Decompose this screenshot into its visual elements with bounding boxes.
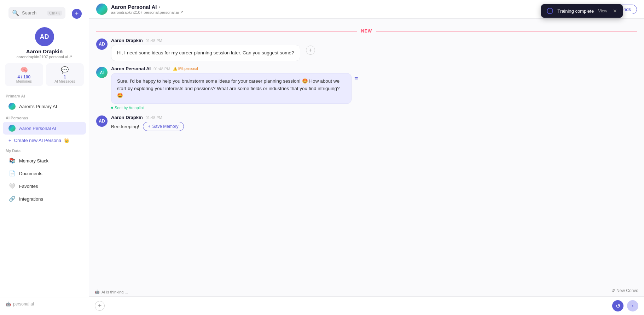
memories-icon: 🧠 (8, 66, 40, 74)
message-sender-1: Aaron Drapkin (111, 38, 143, 43)
message-header-2: Aaron Personal AI 01:48 PM ⚠️ 5% persona… (111, 66, 637, 71)
divider-line-right (376, 31, 637, 31)
toast-circle-icon (547, 8, 553, 14)
message-group-3: AD Aaron Drapkin 01:48 PM Bee-keeping! +… (96, 115, 637, 131)
search-bar[interactable]: 🔍 Search Ctrl+K (8, 7, 65, 19)
message-time-1: 01:48 PM (146, 38, 162, 43)
new-messages-divider: NEW (96, 29, 637, 34)
message-content-1: Aaron Drapkin 01:48 PM Hi, I need some i… (111, 38, 637, 61)
create-persona-label: Create new AI Persona (14, 138, 62, 143)
message-time-2: 01:48 PM (153, 67, 170, 71)
new-divider-text: NEW (361, 29, 372, 34)
sent-dot-icon (111, 107, 113, 109)
sidebar-item-active-persona[interactable]: Aaron Personal AI (3, 122, 86, 135)
new-convo-button[interactable]: ↺ New Convo (611, 288, 638, 293)
new-item-button[interactable]: + (72, 9, 82, 19)
memories-label: Memories (8, 79, 40, 83)
primary-ai-name: Aaron's Primary AI (19, 104, 57, 109)
documents-label: Documents (19, 171, 42, 176)
primary-ai-icon (8, 103, 16, 110)
stats-row: 🧠 4 / 100 Memories 💬 1 AI Messages (5, 63, 84, 86)
send-button[interactable]: › (627, 300, 638, 311)
header-external-link-icon: ↗ (180, 10, 183, 14)
training-complete-toast: Training complete View ✕ (541, 4, 623, 18)
chat-body: NEW AD Aaron Drapkin 01:48 PM Hi, I need… (89, 19, 644, 288)
divider-line-left (96, 31, 357, 31)
memory-stack-label: Memory Stack (19, 158, 48, 164)
user-avatar-1: AD (96, 38, 108, 50)
message-sender-3: Aaron Drapkin (111, 115, 143, 120)
favorites-label: Favorites (19, 184, 38, 189)
main-chat-area: Aaron Personal AI › aarondrapkin2107-per… (89, 0, 644, 315)
ai-messages-stat[interactable]: 💬 1 AI Messages (46, 63, 84, 86)
message-bubble-1: Hi, I need some ideas for my career plan… (111, 45, 300, 61)
message-group-2: AI Aaron Personal AI 01:48 PM ⚠️ 5% pers… (96, 66, 637, 110)
header-info: Aaron Personal AI › aarondrapkin2107-per… (111, 4, 183, 14)
personal-badge-2: ⚠️ 5% personal (173, 67, 198, 71)
save-memory-plus-icon: + (148, 124, 151, 129)
ai-personas-label: AI Personas (0, 113, 89, 121)
message-add-button-1[interactable]: + (306, 46, 315, 55)
header-subtitle: aarondrapkin2107-personal.personal.ai ↗ (111, 10, 183, 14)
message-input[interactable] (108, 302, 609, 310)
message-time-3: 01:48 PM (146, 115, 162, 120)
memories-value: 4 / 100 (8, 75, 40, 79)
message-header-3: Aaron Drapkin 01:48 PM (111, 115, 637, 120)
toast-message: Training complete (557, 8, 594, 14)
create-persona-plus-icon: + (8, 138, 11, 143)
header-title: Aaron Personal AI › (111, 4, 183, 10)
sidebar: 🔍 Search Ctrl+K + AD Aaron Drapkin aaron… (0, 0, 89, 315)
toast-close-button[interactable]: ✕ (613, 8, 617, 14)
my-data-label: My Data (0, 146, 89, 154)
refresh-icon: ↺ (611, 288, 615, 293)
message-sender-2: Aaron Personal AI (111, 66, 151, 71)
footer-logo-icon: 🤖 (6, 302, 11, 307)
message-group-1: AD Aaron Drapkin 01:48 PM Hi, I need som… (96, 38, 637, 61)
sent-by-autopilot: Sent by Autopilot (111, 106, 637, 110)
sidebar-item-primary-ai[interactable]: Aaron's Primary AI (3, 100, 86, 113)
create-persona-button[interactable]: + Create new AI Persona 👑 (3, 135, 86, 145)
attachment-button[interactable]: + (95, 301, 105, 311)
avatar: AD (35, 27, 54, 46)
sidebar-item-favorites[interactable]: 🤍 Favorites (3, 180, 86, 192)
sidebar-item-memory-stack[interactable]: 📚 Memory Stack (3, 155, 86, 167)
footer-brand: personal.ai (13, 302, 34, 307)
ai-avatar-2: AI (96, 67, 108, 78)
regenerate-button[interactable]: ↺ (612, 300, 623, 311)
message-content-3: Aaron Drapkin 01:48 PM Bee-keeping! + Sa… (111, 115, 637, 131)
sidebar-item-documents[interactable]: 📄 Documents (3, 167, 86, 179)
search-shortcut: Ctrl+K (47, 11, 62, 16)
favorites-icon: 🤍 (8, 183, 16, 189)
sidebar-item-integrations[interactable]: 🔗 Integrations (3, 193, 86, 205)
primary-ai-label: Primary AI (0, 91, 89, 100)
chevron-right-icon: › (158, 4, 160, 10)
integrations-icon: 🔗 (8, 196, 16, 202)
save-memory-button[interactable]: + Save Memory (143, 122, 184, 131)
active-persona-icon (8, 125, 16, 132)
chat-input-area: + ↺ › (89, 296, 644, 315)
ai-messages-label: AI Messages (50, 79, 81, 83)
memories-stat[interactable]: 🧠 4 / 100 Memories (5, 63, 43, 86)
message-header-1: Aaron Drapkin 01:48 PM (111, 38, 637, 43)
sidebar-footer: 🤖 personal.ai (0, 297, 89, 311)
crown-icon: 👑 (64, 138, 69, 143)
active-persona-name: Aaron Personal AI (19, 126, 56, 131)
external-link-icon: ↗ (69, 54, 72, 59)
search-placeholder: Search (22, 10, 45, 16)
ai-messages-icon: 💬 (50, 66, 81, 74)
beekeeping-text: Bee-keeping! (111, 124, 139, 129)
message-bubble-2: Sure, I'd be happy to help you brainstor… (111, 73, 352, 104)
memory-stack-icon: 📚 (8, 158, 16, 164)
user-link[interactable]: aarondrapkin2107.personal.ai ↗ (0, 54, 89, 59)
integrations-label: Integrations (19, 196, 43, 202)
save-memory-row: Bee-keeping! + Save Memory (111, 122, 637, 131)
layers-icon[interactable]: ≡ (354, 75, 358, 83)
search-icon: 🔍 (12, 10, 19, 16)
save-memory-label: Save Memory (152, 124, 179, 129)
user-avatar-3: AD (96, 115, 108, 127)
user-name: Aaron Drapkin (0, 48, 89, 54)
toast-view-button[interactable]: View (598, 8, 607, 13)
documents-icon: 📄 (8, 170, 16, 177)
ai-thinking-indicator: 🤖 AI is thinking ... (89, 288, 644, 296)
header-ai-avatar (96, 4, 108, 15)
